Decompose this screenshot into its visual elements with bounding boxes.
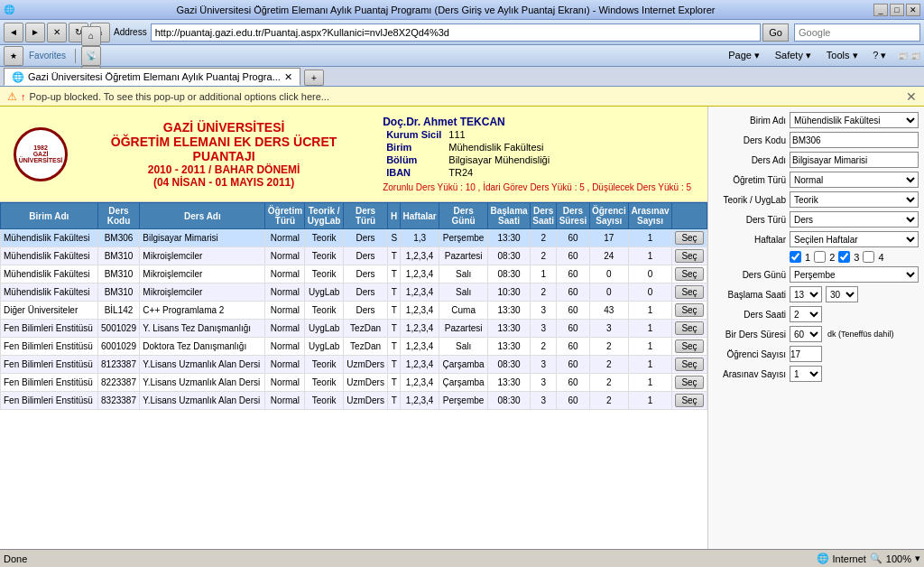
- table-cell: 08:30: [488, 392, 531, 410]
- table-cell: 13:30: [488, 302, 531, 320]
- sec-button[interactable]: Seç: [675, 267, 703, 281]
- table-cell: 1,2,3,4: [401, 320, 439, 338]
- page-menu: Page ▾ Safety ▾ Tools ▾ ? ▾: [722, 47, 892, 65]
- form-ders-gunu-select[interactable]: Perşembe: [790, 266, 919, 283]
- university-logo: 1982 GAZİ ÜNİVERSİTESİ: [14, 127, 68, 181]
- form-ders-adi-label: Ders Adı: [714, 155, 786, 165]
- form-ders-turu-select[interactable]: Ders: [790, 211, 919, 228]
- form-ders-kodu-row: Ders Kodu: [714, 132, 919, 148]
- sec-button[interactable]: Seç: [675, 231, 703, 245]
- cb1-label: 1: [805, 252, 810, 263]
- maximize-btn[interactable]: □: [890, 4, 904, 16]
- form-arasinav-select[interactable]: 1: [790, 366, 822, 382]
- table-cell: Mikroişlemciler: [140, 284, 265, 302]
- help-btn[interactable]: ? ▾: [866, 47, 892, 65]
- sec-button[interactable]: Seç: [675, 303, 703, 317]
- sec-button[interactable]: Seç: [675, 249, 703, 263]
- form-ogrenci-input[interactable]: [790, 346, 822, 362]
- table-cell: Normal: [265, 229, 305, 247]
- form-bir-ders-label: Bir Ders Süresi: [714, 330, 786, 339]
- table-cell-action: Seç: [672, 265, 707, 284]
- cb4-checkbox[interactable]: [863, 251, 874, 263]
- table-cell: 10:30: [488, 284, 531, 302]
- popup-close-btn[interactable]: ✕: [906, 89, 917, 104]
- zone-label: Internet: [833, 553, 866, 564]
- stop-button[interactable]: ✕: [47, 23, 67, 42]
- tools-menu-btn[interactable]: Tools ▾: [820, 47, 864, 65]
- table-cell: Mühendislik Fakültesi: [1, 284, 98, 302]
- table-row: Mühendislik FakültesiBM306Bilgisayar Mim…: [1, 229, 707, 247]
- header-section: 1982 GAZİ ÜNİVERSİTESİ GAZİ ÜNİVERSİTESİ…: [0, 107, 707, 202]
- table-cell: Doktora Tez Danışmanlığı: [140, 338, 265, 356]
- forward-button[interactable]: ►: [25, 23, 45, 42]
- table-cell: Bilgisayar Mimarisi: [140, 229, 265, 247]
- th-ogrenci: ÖğrenciSayısı: [589, 203, 628, 229]
- courses-table: Birim Adı DersKodu Ders Adı ÖğretimTürü …: [0, 202, 707, 410]
- cb1-checkbox[interactable]: [790, 251, 801, 263]
- close-btn[interactable]: ✕: [906, 4, 920, 16]
- form-ders-adi-input[interactable]: [790, 152, 919, 168]
- tabs-bar: 🌐 Gazi Üniversitesi Öğretim Elemanı Aylı…: [0, 67, 924, 87]
- form-ders-kodu-label: Ders Kodu: [714, 135, 786, 145]
- table-cell: T: [388, 338, 401, 356]
- sec-button[interactable]: Seç: [675, 358, 703, 371]
- table-cell: Teorik: [305, 356, 343, 374]
- sec-button[interactable]: Seç: [675, 376, 703, 389]
- form-ogretim-turu-select[interactable]: Normal: [790, 172, 919, 188]
- favorites-star-btn[interactable]: ★: [4, 46, 23, 66]
- minimize-btn[interactable]: _: [873, 4, 888, 16]
- table-cell: Y.Lisans Uzmanlık Alan Dersi: [140, 356, 265, 374]
- cb3-label: 3: [854, 252, 859, 263]
- form-ders-saati-select[interactable]: 2: [790, 306, 822, 322]
- sec-button[interactable]: Seç: [675, 321, 703, 335]
- back-button[interactable]: ◄: [4, 23, 23, 42]
- data-table-wrapper[interactable]: Birim Adı DersKodu Ders Adı ÖğretimTürü …: [0, 202, 707, 549]
- table-cell: Mühendislik Fakültesi: [1, 265, 98, 284]
- table-cell: Teorik: [305, 229, 343, 247]
- safety-menu-btn[interactable]: Safety ▾: [769, 47, 818, 65]
- form-haftalar-label: Haftalar: [714, 235, 786, 245]
- table-cell: Pazartesi: [439, 320, 488, 338]
- address-input[interactable]: [151, 23, 762, 42]
- page-menu-btn[interactable]: Page ▾: [722, 47, 766, 65]
- table-cell: 1: [629, 374, 672, 392]
- sec-button[interactable]: Seç: [675, 394, 703, 407]
- new-tab-btn[interactable]: +: [304, 70, 324, 86]
- sicil-value: 111: [445, 128, 553, 141]
- table-cell: Normal: [265, 356, 305, 374]
- title-bar-text: Gazi Üniversitesi Öğretim Elemanı Aylık …: [18, 5, 873, 15]
- title-line2: ÖĞRETİM ELEMANI EK DERS ÜCRET PUANTAJI: [81, 135, 366, 163]
- zoom-level: 100%: [886, 553, 911, 564]
- sec-button[interactable]: Seç: [675, 339, 703, 353]
- search-input[interactable]: [794, 23, 920, 42]
- table-cell: Mühendislik Fakültesi: [1, 229, 98, 247]
- table-cell: Perşembe: [439, 229, 488, 247]
- form-bir-ders-select[interactable]: 60: [790, 326, 822, 342]
- go-button[interactable]: Go: [762, 23, 789, 42]
- form-baslama-hour[interactable]: 13: [790, 286, 822, 302]
- form-birim-row: Birim Adı Mühendislik Fakültesi: [714, 112, 919, 128]
- table-cell: 1: [629, 356, 672, 374]
- table-cell: UzmDers: [343, 392, 387, 410]
- form-baslama-min[interactable]: 30: [826, 286, 858, 302]
- table-cell: 1: [629, 320, 672, 338]
- cb3-checkbox[interactable]: [838, 251, 850, 263]
- form-haftalar-select[interactable]: Seçilen Haftalar: [790, 231, 919, 247]
- ie-feeds-btn[interactable]: 📡: [81, 46, 101, 66]
- form-birim-select[interactable]: Mühendislik Fakültesi: [790, 112, 919, 128]
- cb2-label: 2: [829, 252, 835, 263]
- tab-close-icon[interactable]: ✕: [284, 71, 292, 83]
- table-cell: 0: [589, 265, 628, 284]
- popup-message[interactable]: Pop-up blocked. To see this pop-up or ad…: [30, 91, 329, 102]
- sec-button[interactable]: Seç: [675, 285, 703, 299]
- form-teorik-select[interactable]: Teorik: [790, 191, 919, 208]
- ie-home-btn[interactable]: ⌂: [81, 26, 101, 46]
- table-cell: 60: [557, 247, 589, 265]
- table-cell: Fen Bilimleri Enstitüsü: [1, 320, 98, 338]
- tab-icon: 🌐: [12, 71, 24, 83]
- table-cell: 0: [629, 265, 672, 284]
- cb2-checkbox[interactable]: [814, 251, 826, 263]
- table-cell: 6001029: [97, 338, 140, 356]
- form-ders-kodu-input[interactable]: [790, 132, 919, 148]
- tab-main[interactable]: 🌐 Gazi Üniversitesi Öğretim Elemanı Aylı…: [4, 68, 300, 86]
